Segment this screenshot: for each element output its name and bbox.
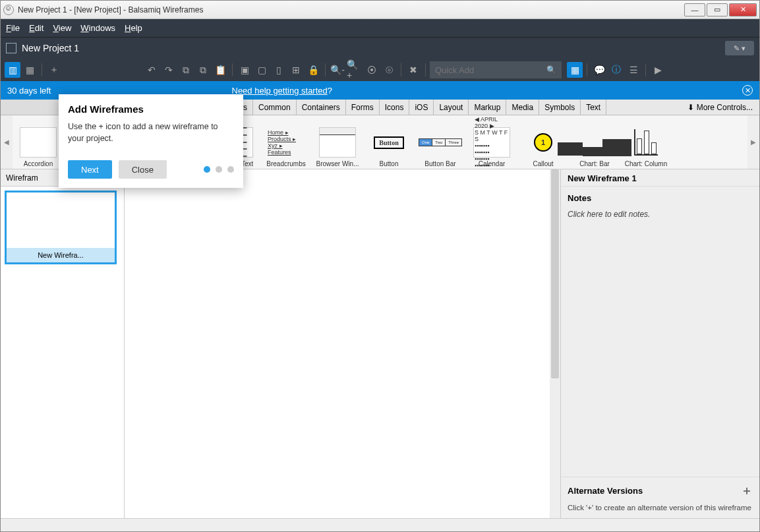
menu-windows[interactable]: Windows <box>80 23 115 33</box>
clipboard-button[interactable]: 📋 <box>212 62 228 78</box>
project-title-row: New Project 1 ✎ ▾ <box>1 38 759 59</box>
view-nav-button[interactable]: ▥ <box>5 62 20 78</box>
menu-file[interactable]: File <box>6 23 20 33</box>
project-name: New Project 1 <box>22 43 79 53</box>
trial-days-left: 30 days left <box>7 86 51 96</box>
more-controls-button[interactable]: ⬇More Controls... <box>681 100 759 115</box>
status-bar <box>1 518 759 532</box>
wireframe-thumbnail[interactable]: New Wirefra... <box>5 191 117 264</box>
popup-body: Use the + icon to add a new wireframe to… <box>68 121 234 144</box>
popup-title: Add Wireframes <box>68 103 234 115</box>
add-alternate-button[interactable]: ＋ <box>741 483 753 498</box>
align-button[interactable]: ▯ <box>271 62 287 78</box>
notes-button[interactable]: ☰ <box>626 62 641 78</box>
zoom-out-button[interactable]: 🔍- <box>330 62 345 78</box>
tab-ios[interactable]: iOS <box>409 100 434 115</box>
tab-common[interactable]: Common <box>253 100 297 115</box>
onboarding-popup: Add Wireframes Use the + icon to add a n… <box>59 94 243 188</box>
popup-next-button[interactable]: Next <box>68 160 112 179</box>
lib-button-bar[interactable]: OneTwoThree Button Bar <box>415 115 466 169</box>
lib-chart-column[interactable]: Chart: Column <box>620 115 672 169</box>
add-wireframe-button[interactable]: ＋ <box>46 62 62 78</box>
view-grid-button[interactable]: ▦ <box>22 62 38 78</box>
tab-media[interactable]: Media <box>506 100 539 115</box>
tab-forms[interactable]: Forms <box>346 100 380 115</box>
edit-mode-dropdown[interactable]: ✎ ▾ <box>725 41 754 55</box>
notes-heading: Notes <box>568 193 753 203</box>
dismiss-banner-button[interactable]: ✕ <box>742 85 753 96</box>
project-icon <box>6 43 16 53</box>
inspector-panel: New Wireframe 1 Notes Click here to edit… <box>560 169 759 518</box>
menu-edit[interactable]: Edit <box>29 23 44 33</box>
distribute-button[interactable]: ⊞ <box>288 62 304 78</box>
ungroup-button[interactable]: ▢ <box>254 62 270 78</box>
wireframe-thumbnail-caption: New Wirefra... <box>7 248 115 262</box>
dot-2 <box>216 166 222 173</box>
alternate-versions-hint: Click '+' to create an alternate version… <box>561 501 759 518</box>
lib-accordion[interactable]: Accordion <box>13 115 64 169</box>
clear-button[interactable]: ✖ <box>405 62 421 78</box>
zoom-in-button[interactable]: 🔍+ <box>347 62 363 78</box>
lib-breadcrumbs[interactable]: Home ▸ Products ▸ Xyz ▸ Features Breadcr… <box>260 115 312 169</box>
close-window-button[interactable]: ✕ <box>729 3 757 16</box>
present-button[interactable]: ▶ <box>650 62 666 78</box>
dot-1 <box>204 166 210 173</box>
tab-markup[interactable]: Markup <box>469 100 506 115</box>
alternate-versions-heading: Alternate Versions <box>568 486 643 496</box>
tab-text[interactable]: Text <box>581 100 606 115</box>
canvas-scrollbar[interactable] <box>550 169 560 518</box>
help-getting-started-link[interactable]: Need help getting started <box>232 86 328 96</box>
menu-view[interactable]: View <box>53 23 71 33</box>
quick-add-input[interactable] <box>435 65 546 75</box>
zoom-actual-button[interactable]: ⦿ <box>364 62 380 78</box>
quick-add-search[interactable]: 🔍 <box>430 61 562 78</box>
inspector-title: New Wireframe 1 <box>561 169 759 187</box>
lib-chart-bar[interactable]: Chart: Bar <box>569 115 620 169</box>
lock-button[interactable]: 🔒 <box>305 62 321 78</box>
app-icon <box>3 5 14 15</box>
window-title: New Project 1 - [New Project] - Balsamiq… <box>18 5 683 15</box>
tab-layout[interactable]: Layout <box>434 100 469 115</box>
paste-button[interactable]: ⧉ <box>195 62 211 78</box>
tab-icons[interactable]: Icons <box>380 100 410 115</box>
download-icon: ⬇ <box>687 103 694 112</box>
menu-help[interactable]: Help <box>125 23 142 33</box>
dot-3 <box>227 166 234 173</box>
notes-placeholder[interactable]: Click here to edit notes. <box>568 210 753 219</box>
window-titlebar: New Project 1 - [New Project] - Balsamiq… <box>1 1 759 19</box>
copy-button[interactable]: ⧉ <box>178 62 194 78</box>
tab-containers[interactable]: Containers <box>297 100 346 115</box>
main-toolbar: ▥ ▦ ＋ ↶ ↷ ⧉ ⧉ 📋 ▣ ▢ ▯ ⊞ 🔒 🔍- 🔍+ ⦿ ⦾ ✖ 🔍 … <box>1 59 759 81</box>
undo-button[interactable]: ↶ <box>144 62 160 78</box>
popup-close-button[interactable]: Close <box>119 160 167 179</box>
library-toggle-button[interactable]: ▦ <box>567 62 583 78</box>
group-button[interactable]: ▣ <box>237 62 252 78</box>
zoom-fit-button[interactable]: ⦾ <box>381 62 397 78</box>
lib-button[interactable]: Button Button <box>363 115 415 169</box>
lib-browser-window[interactable]: Browser Win... <box>312 115 363 169</box>
tab-symbols[interactable]: Symbols <box>539 100 581 115</box>
comments-button[interactable]: 💬 <box>591 62 607 78</box>
minimize-button[interactable]: — <box>684 3 705 16</box>
search-icon: 🔍 <box>546 65 556 74</box>
canvas[interactable] <box>125 169 560 518</box>
menubar: File Edit View Windows Help <box>1 19 759 38</box>
info-button[interactable]: ⓘ <box>608 62 624 78</box>
lib-calendar[interactable]: ◀ APRIL 2020 ▶S M T W T F S▪▪▪▪▪▪▪▪▪▪▪▪▪… <box>466 115 517 169</box>
maximize-button[interactable]: ▭ <box>707 3 728 16</box>
wireframes-panel: Wirefram New Wirefra... <box>1 169 125 518</box>
library-scroll-right[interactable]: ▶ <box>747 115 759 169</box>
redo-button[interactable]: ↷ <box>161 62 177 78</box>
library-scroll-left[interactable]: ◀ <box>1 115 13 169</box>
popup-progress-dots <box>204 166 234 173</box>
